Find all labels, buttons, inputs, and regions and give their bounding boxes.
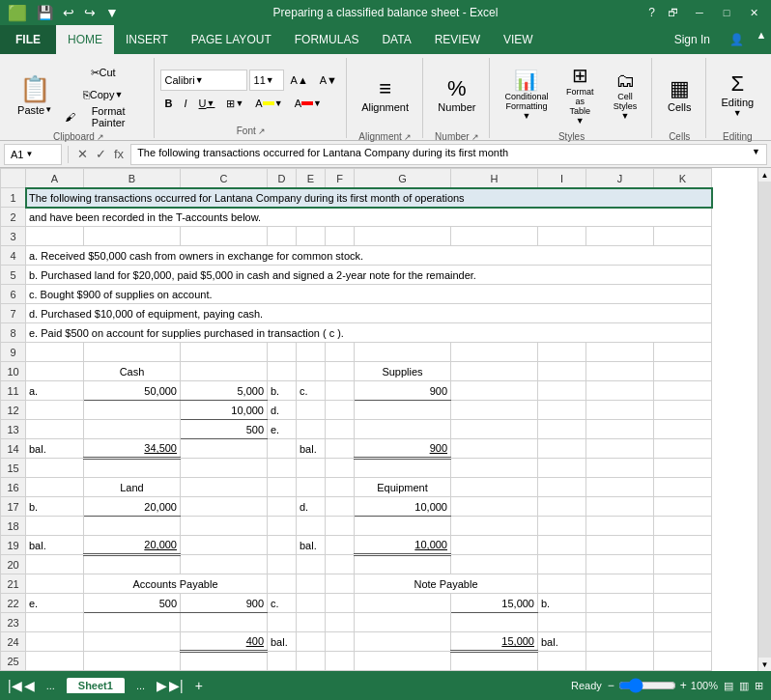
cell-i20[interactable] (538, 555, 586, 574)
cell-b25[interactable] (84, 652, 181, 671)
cell-g19[interactable]: 10,000 (355, 536, 451, 555)
quick-access-dropdown[interactable]: ▼ (101, 3, 123, 22)
alignment-button[interactable]: ≡ Alignment (355, 60, 415, 129)
cell-e16[interactable] (297, 478, 326, 497)
cell-a15[interactable] (26, 459, 84, 478)
cell-i13[interactable] (538, 420, 586, 439)
cell-i10[interactable] (538, 362, 586, 381)
cut-button[interactable]: ✂ Cut (60, 62, 146, 83)
cell-c22[interactable]: 900 (181, 594, 268, 613)
cell-j18[interactable] (586, 517, 654, 536)
cell-f23[interactable] (326, 613, 355, 632)
tab-view[interactable]: VIEW (492, 25, 545, 54)
cell-f17[interactable] (326, 497, 355, 517)
cell-b24[interactable] (84, 632, 181, 652)
maximize-btn[interactable]: □ (717, 3, 736, 22)
cell-k10[interactable] (654, 362, 712, 381)
cell-d21[interactable] (268, 574, 297, 594)
undo-quick-btn[interactable]: ↩ (59, 3, 78, 22)
cell-b3[interactable] (84, 227, 181, 246)
view-normal-btn[interactable]: ▤ (724, 680, 733, 692)
cell-e12[interactable] (297, 401, 326, 420)
cell-d17[interactable] (268, 497, 297, 517)
cell-f9[interactable] (326, 343, 355, 362)
cell-f12[interactable] (326, 401, 355, 420)
cancel-formula-btn[interactable]: ✕ (74, 147, 91, 161)
cell-d13[interactable]: e. (268, 420, 297, 439)
cell-a17[interactable]: b. (26, 497, 84, 517)
save-quick-btn[interactable]: 💾 (33, 3, 57, 22)
zoom-out-btn[interactable]: − (608, 679, 614, 692)
border-button[interactable]: ⊞ ▼ (221, 93, 248, 114)
cell-e24[interactable] (297, 632, 326, 652)
cell-f25[interactable] (326, 652, 355, 671)
cell-i22[interactable]: b. (538, 594, 586, 613)
cell-j11[interactable] (586, 381, 654, 401)
cell-d18[interactable] (268, 517, 297, 536)
cell-d12[interactable]: d. (268, 401, 297, 420)
cell-a13[interactable] (26, 420, 84, 439)
cell-d23[interactable] (268, 613, 297, 632)
cell-d20[interactable] (268, 555, 297, 574)
cell-k20[interactable] (654, 555, 712, 574)
cell-k21[interactable] (654, 574, 712, 594)
cell-c3[interactable] (181, 227, 268, 246)
cell-b21[interactable]: Accounts Payable (84, 574, 268, 594)
name-box-dropdown[interactable]: ▼ (25, 150, 33, 158)
conditional-formatting-button[interactable]: 📊 ConditionalFormatting ▼ (500, 60, 553, 129)
cell-i26[interactable] (538, 671, 586, 672)
cell-f3[interactable] (326, 227, 355, 246)
cell-d26[interactable] (268, 671, 297, 672)
cell-i11[interactable] (538, 381, 586, 401)
grid-wrapper[interactable]: A B C D E F G H I J K 1 The following t (0, 168, 757, 671)
cell-e15[interactable] (297, 459, 326, 478)
sign-in-link[interactable]: Sign In (663, 25, 722, 54)
col-header-e[interactable]: E (297, 169, 326, 188)
cell-f18[interactable] (326, 517, 355, 536)
cell-a6[interactable]: c. Bought $900 of supplies on account. (26, 285, 712, 304)
scroll-track[interactable] (758, 182, 771, 658)
cell-g25[interactable] (355, 652, 451, 671)
cell-a25[interactable] (26, 652, 84, 671)
decrease-font-btn[interactable]: A▼ (315, 70, 342, 91)
cell-d15[interactable] (268, 459, 297, 478)
cell-f22[interactable] (326, 594, 355, 613)
col-header-h[interactable]: H (451, 169, 538, 188)
cell-a2[interactable]: and have been recorded in the T-accounts… (26, 208, 712, 227)
col-header-k[interactable]: K (654, 169, 712, 188)
cell-c12[interactable]: 10,000 (181, 401, 268, 420)
cell-k11[interactable] (654, 381, 712, 401)
cell-e22[interactable] (297, 594, 326, 613)
cell-styles-dropdown[interactable]: ▼ (620, 111, 629, 121)
clipboard-expand-icon[interactable]: ↗ (97, 132, 104, 142)
cell-a16[interactable] (26, 478, 84, 497)
font-color-button[interactable]: A ▼ (290, 93, 327, 114)
cell-a12[interactable] (26, 401, 84, 420)
cell-e18[interactable] (297, 517, 326, 536)
underline-button[interactable]: U ▼ (194, 93, 220, 114)
cell-e25[interactable] (297, 652, 326, 671)
sheet-tab[interactable]: Sheet1 (67, 678, 125, 693)
cell-f14[interactable] (326, 439, 355, 459)
cell-g22[interactable] (355, 594, 451, 613)
zoom-in-btn[interactable]: + (680, 679, 687, 692)
cell-a3[interactable] (26, 227, 84, 246)
col-header-b[interactable]: B (84, 169, 181, 188)
cell-f19[interactable] (326, 536, 355, 555)
restore-down-btn[interactable]: 🗗 (663, 3, 682, 22)
cell-k14[interactable] (654, 439, 712, 459)
cell-f20[interactable] (326, 555, 355, 574)
cell-h26[interactable] (451, 671, 538, 672)
cell-c17[interactable] (181, 497, 268, 517)
cell-a20[interactable] (26, 555, 84, 574)
cell-j26[interactable] (586, 671, 654, 672)
cell-k25[interactable] (654, 652, 712, 671)
cell-a7[interactable]: d. Purchased $10,000 of equipment, payin… (26, 304, 712, 323)
cell-g16[interactable]: Equipment (355, 478, 451, 497)
nav-next-btn[interactable]: ▶ (157, 678, 167, 693)
cell-a9[interactable] (26, 343, 84, 362)
cell-f10[interactable] (326, 362, 355, 381)
cell-c19[interactable] (181, 536, 268, 555)
cell-c9[interactable] (181, 343, 268, 362)
cell-g14[interactable]: 900 (355, 439, 451, 459)
